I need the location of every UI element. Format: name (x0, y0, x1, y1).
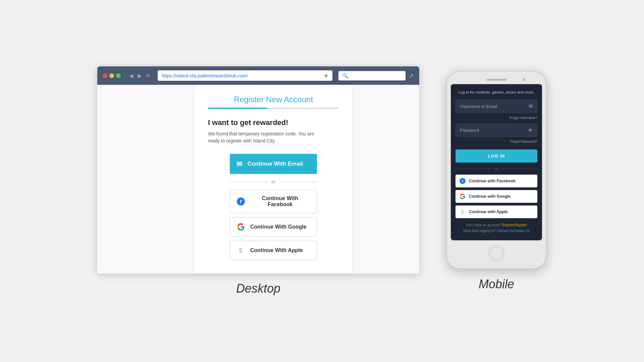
phone-facebook-button[interactable]: f Continue with Facebook (455, 175, 537, 187)
or-line-left (230, 182, 268, 182)
continue-apple-label: Continue With Apple (250, 247, 303, 253)
mobile-section: Log in for contests, games, prizes and m… (446, 71, 547, 291)
phone-help-text: Need help logging in? (463, 229, 496, 233)
url-prefix: https:// (162, 73, 176, 78)
fullscreen-button[interactable]: ➚ (409, 72, 414, 79)
or-text: or (271, 179, 275, 184)
browser-search-bar[interactable]: 🔍 (338, 71, 406, 80)
phone-register-link[interactable]: Register (502, 223, 515, 227)
forgot-username-area: Forgot Username? (455, 114, 537, 120)
address-bar[interactable]: https://island-city.patientrewardshub.co… (158, 70, 332, 81)
bookmark-icon[interactable]: ★ (324, 72, 328, 79)
sidebar-left (97, 85, 195, 274)
back-button[interactable]: ◀ (128, 72, 135, 79)
minimize-window-button[interactable] (109, 73, 114, 78)
url-main: island-city.patientrewardshub.com/ (176, 73, 248, 78)
forward-button[interactable]: ▶ (137, 72, 143, 79)
phone-apple-button[interactable]:  Continue with Apple (455, 205, 537, 218)
password-input-field[interactable]: Password 👁 (455, 124, 537, 137)
continue-apple-button[interactable]:  Continue With Apple (230, 241, 317, 260)
reload-button[interactable]: ⟳ (145, 72, 152, 79)
browser-content: Register New Account I want to get rewar… (97, 85, 419, 274)
phone-or-divider: or (455, 167, 537, 171)
phone-screen: Log in for contests, games, prizes and m… (451, 84, 542, 240)
close-window-button[interactable] (103, 73, 107, 78)
reward-subtext: We found that temporary registration cod… (208, 130, 322, 144)
phone-or-line-right (501, 169, 537, 169)
phone-register-text: Don't have an account? (466, 223, 501, 227)
login-button[interactable]: LOG IN (455, 149, 537, 163)
email-input-icon: ✉ (529, 103, 533, 109)
or-divider: or (230, 179, 317, 184)
username-placeholder: Username or Email (460, 104, 497, 109)
phone-home-inner (490, 247, 502, 259)
or-line-right (279, 182, 317, 182)
progress-bar (208, 108, 339, 109)
phone-or-line-left (455, 169, 492, 169)
url-text: https://island-city.patientrewardshub.co… (162, 73, 248, 78)
phone-apple-icon:  (460, 209, 466, 215)
progress-empty (267, 108, 339, 109)
continue-email-label: Continue With Email (248, 161, 303, 167)
apple-icon:  (237, 246, 245, 254)
phone-frame: Log in for contests, games, prizes and m… (446, 71, 547, 269)
main-content: Register New Account I want to get rewar… (195, 85, 352, 274)
phone-register-area: Don't have an account? RegisterRegister … (455, 222, 537, 234)
phone-google-label: Continue with Google (469, 194, 511, 199)
phone-camera (523, 78, 525, 81)
forgot-username-link[interactable]: Forgot Username? (509, 116, 537, 120)
phone-top-bar (451, 77, 542, 84)
phone-tagline: Log in for contests, games, prizes and m… (455, 89, 537, 95)
continue-facebook-button[interactable]: f Continue With Facebook (230, 190, 317, 213)
facebook-icon: f (237, 197, 245, 205)
search-icon: 🔍 (342, 73, 348, 78)
phone-facebook-label: Continue with Facebook (469, 179, 516, 183)
phone-home-button[interactable] (488, 245, 504, 261)
phone-screen-content: Log in for contests, games, prizes and m… (451, 84, 542, 240)
phone-google-button[interactable]: Continue with Google (455, 190, 537, 203)
username-input-field[interactable]: Username or Email ✉ (455, 100, 537, 113)
progress-filled (208, 108, 267, 109)
phone-speaker (486, 79, 506, 81)
page-title: Register New Account (234, 95, 313, 104)
traffic-lights (103, 73, 121, 78)
browser-titlebar: ◀ ▶ ⟳ https://island-city.patientrewards… (97, 66, 419, 85)
continue-google-label: Continue With Google (250, 224, 307, 230)
forgot-password-area: Forgot Password? (455, 138, 537, 144)
phone-apple-label: Continue with Apple (469, 209, 508, 214)
continue-google-button[interactable]: Continue With Google (230, 217, 317, 237)
mobile-label: Mobile (479, 277, 514, 291)
continue-email-button[interactable]: ✉ Continue With Email (230, 154, 317, 174)
phone-bottom-bar (451, 240, 542, 263)
maximize-window-button[interactable] (116, 73, 121, 78)
phone-contact-link[interactable]: Contact Us (496, 229, 513, 233)
desktop-section: ◀ ▶ ⟳ https://island-city.patientrewards… (97, 66, 419, 296)
phone-or-text: or (495, 167, 498, 171)
browser-window: ◀ ▶ ⟳ https://island-city.patientrewards… (97, 66, 419, 274)
google-icon (237, 223, 245, 231)
sidebar-right (352, 85, 419, 274)
reward-heading: I want to get rewarded! (208, 118, 288, 127)
contact-link-text[interactable]: Contact Us (513, 229, 530, 233)
eye-icon: 👁 (528, 127, 533, 133)
register-link-text[interactable]: Register (515, 223, 527, 227)
browser-nav: ◀ ▶ ⟳ (128, 72, 152, 79)
email-icon: ✉ (236, 160, 242, 168)
phone-facebook-icon: f (460, 178, 466, 184)
forgot-password-link[interactable]: Forgot Password? (510, 140, 537, 143)
desktop-label: Desktop (236, 282, 280, 296)
continue-facebook-label: Continue With Facebook (250, 195, 310, 207)
password-placeholder: Password (460, 128, 479, 133)
phone-google-icon (460, 193, 466, 199)
